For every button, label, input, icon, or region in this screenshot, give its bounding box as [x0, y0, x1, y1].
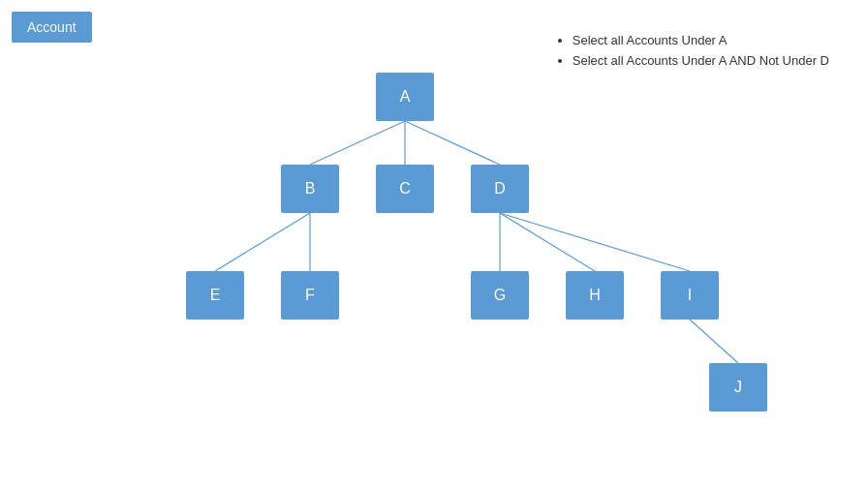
svg-line-6: [500, 213, 595, 271]
node-h[interactable]: H: [566, 271, 624, 320]
instruction-item-2: Select all Accounts Under A AND Not Unde…: [573, 51, 829, 72]
svg-line-7: [500, 213, 690, 271]
node-d[interactable]: D: [471, 165, 529, 213]
node-i[interactable]: I: [661, 271, 719, 320]
node-f[interactable]: F: [281, 271, 339, 320]
account-button[interactable]: Account: [12, 12, 92, 43]
svg-line-8: [690, 320, 738, 363]
node-b[interactable]: B: [281, 165, 339, 213]
node-e[interactable]: E: [186, 271, 244, 320]
node-g[interactable]: G: [471, 271, 529, 320]
tree-lines: [0, 0, 868, 488]
instruction-item-1: Select all Accounts Under A: [573, 31, 829, 51]
instructions-panel: Select all Accounts Under A Select all A…: [555, 31, 829, 72]
svg-line-0: [310, 121, 405, 165]
node-j[interactable]: J: [709, 363, 767, 412]
node-c[interactable]: C: [376, 165, 434, 213]
node-a[interactable]: A: [376, 73, 434, 121]
svg-line-2: [405, 121, 500, 165]
svg-line-3: [215, 213, 310, 271]
